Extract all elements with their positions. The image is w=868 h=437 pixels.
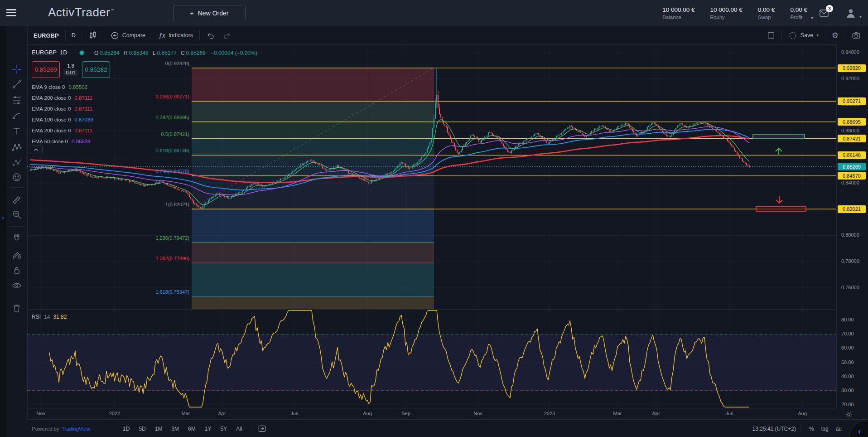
price-axis[interactable]: 0.940000.920000.900000.880000.840000.800… [836,44,868,408]
tool-trend-line[interactable] [10,78,24,91]
snapshot-button[interactable] [845,26,868,44]
indicator-row[interactable]: EMA 9 close 00.85502 [32,82,93,92]
watchlist-collapsed-panel [0,26,6,437]
account-stats: 10 000.00 €Balance10 000.00 €Equity0.00 … [662,6,807,20]
legend-symbol[interactable]: EURGBP [32,49,57,56]
price-badge-current: 0.85269 [838,163,866,170]
indicators-button[interactable]: ƒx Indicators [152,26,199,44]
fib-level-label: 0.618(0.86146) [0,148,189,153]
pane-separator[interactable] [27,309,868,310]
time-axis[interactable]: Nov2022MarAprJunAugSepNov2023MarAprJunAu… [27,408,836,420]
range-button-1m[interactable]: 1M [150,424,167,433]
user-menu-button[interactable]: ▾ [845,7,862,19]
clock-label[interactable]: 13:25:41 (UTC+2) [752,426,796,432]
multichart-button[interactable] [761,26,781,44]
stat-label: Swap [758,15,771,20]
range-button-6m[interactable]: 6M [183,424,200,433]
zoom-in-icon [12,209,22,219]
range-button-all[interactable]: All [231,424,246,433]
rsi-chart-canvas[interactable] [27,310,836,408]
legend-interval[interactable]: 1D [60,49,68,56]
rsi-period: 14 [44,314,50,320]
expand-panel-button[interactable]: › [0,211,6,223]
rsi-tick: 30.00 [841,388,854,393]
price-badge-level: 0.87421 [838,135,866,142]
range-button-5d[interactable]: 5D [134,424,150,433]
trademark: ™ [110,8,115,13]
notifications-button[interactable]: 3 [819,8,829,18]
tool-lock[interactable] [10,263,24,277]
auto-scale-button[interactable]: au [832,424,845,433]
new-order-button[interactable]: + New Order [173,5,246,21]
stat-value: 10 000.00 € [662,6,694,13]
profit-dropdown-icon[interactable]: ▾ [811,15,813,20]
save-dropdown-icon: ▾ [816,33,819,38]
stat-label: Equity [710,15,725,20]
menu-icon[interactable] [6,9,16,16]
stat-value: 0.00 € [758,6,775,13]
rsi-tick: 20.00 [841,402,854,407]
range-button-5y[interactable]: 5Y [216,424,231,433]
redo-button[interactable] [222,26,238,44]
indicators-label: Indicators [169,32,193,39]
price-badge-level: 0.92820 [838,64,866,72]
fib-level-label: 0(0.92820) [0,61,189,66]
go-to-date-button[interactable] [256,420,268,437]
go-to-date-icon [258,424,266,433]
indicator-value: 0.86528 [72,139,91,144]
price-tick: 0.80000 [841,232,859,238]
time-label: Apr [642,411,670,416]
ohlc-low-label: L [153,50,156,56]
compare-button[interactable]: Compare [104,26,152,44]
price-tick: 0.78000 [841,258,859,264]
time-label: Jun [716,411,743,416]
price-badge-level: 0.82021 [838,205,866,213]
top-bar: ActivTrader™ + New Order 10 000.00 €Bala… [0,0,868,27]
time-label: 2023 [536,411,563,416]
axis-settings-button[interactable] [844,409,854,419]
sun-icon [845,411,852,418]
main-chart-canvas[interactable] [27,44,836,310]
fib-level-label: 0.786(0.84570) [0,169,189,174]
range-button-3m[interactable]: 3M [167,424,183,433]
indicator-name: EMA 200 close 0 [32,106,71,112]
symbol-search-button[interactable]: EURGBP [27,26,65,44]
app-logo-text: ActivTrader [48,5,110,19]
app-logo: ActivTrader™ [48,5,115,19]
save-label: Save [800,32,814,39]
tool-forecast[interactable] [10,155,24,169]
range-button-1d[interactable]: 1D [118,424,134,433]
price-tick: 0.94000 [841,49,859,55]
rsi-name: RSI [32,314,41,320]
tradingview-link[interactable]: TradingView [62,426,90,432]
price-tick: 0.92000 [841,76,859,81]
fib-level-label: 1.382(0.77896) [0,256,189,261]
time-label: Aug [354,411,381,416]
indicator-name: EMA 9 close 0 [32,84,65,90]
redo-icon [222,31,231,40]
drawing-toolbar [6,26,28,437]
cloud-icon [788,31,797,40]
date-range-bar: 1D5D1M3M6M1Y5YAll [118,424,246,433]
tool-trash[interactable] [10,301,24,315]
indicator-row[interactable]: EMA 200 close 00.87111 [32,103,93,114]
chart-toolbar: EURGBP D Compare ƒx Indicators [27,26,868,45]
rsi-legend[interactable]: RSI 14 31.82 [32,314,67,320]
range-button-1y[interactable]: 1Y [200,424,216,433]
interval-button[interactable]: D [66,26,82,44]
collapse-bottom-panel-button[interactable]: ‹ [858,426,861,436]
gear-icon: ⚙ [832,31,839,40]
log-scale-button[interactable]: log [818,424,832,433]
indicator-value: 0.85502 [69,84,88,90]
undo-button[interactable] [200,26,222,44]
percent-scale-button[interactable]: % [805,424,818,433]
price-badge-level: 0.84570 [838,172,866,180]
chart-style-button[interactable] [82,26,104,44]
fib-level-label: 1(0.82021) [0,202,189,207]
divider [251,425,251,433]
tool-zoom-in[interactable] [10,208,24,221]
time-label: Sep [392,411,420,416]
ohlc-open-label: O [94,50,98,56]
save-layout-button[interactable]: Save ▾ [782,26,825,44]
chart-settings-button[interactable]: ⚙ [825,26,845,44]
